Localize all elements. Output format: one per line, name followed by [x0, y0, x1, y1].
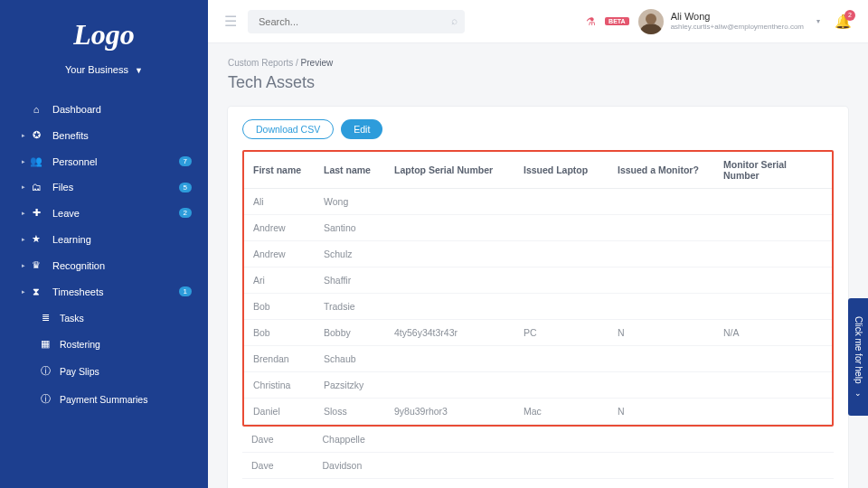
table-cell: Mac: [514, 399, 609, 425]
table-cell: [385, 372, 514, 399]
flask-icon[interactable]: ⚗: [586, 15, 596, 28]
chevron-right-icon: ▸: [22, 132, 29, 139]
sidebar-item-leave[interactable]: ▸✚Leave2: [0, 200, 208, 226]
sidebar: Logo Your Business ▼ ⌂Dashboard▸✪Benefit…: [0, 0, 208, 488]
table-cell: [714, 189, 832, 215]
hamburger-icon[interactable]: ☰: [224, 13, 237, 30]
search-input[interactable]: [248, 10, 465, 33]
table-cell: [714, 267, 832, 294]
user-text: Ali Wong ashley.curtis+aliw@employmenthe…: [671, 11, 804, 32]
table-cell: N: [609, 320, 714, 346]
table-row[interactable]: AriShaffir: [244, 267, 832, 294]
table-row[interactable]: AndrewSantino: [244, 215, 832, 241]
sidebar-item-pay-slips[interactable]: ⓘPay Slips: [0, 357, 208, 385]
sidebar-item-label: Learning: [52, 234, 192, 245]
table-row[interactable]: AliWong: [244, 189, 832, 215]
table-cell: [609, 479, 715, 489]
table-row[interactable]: DanielSloss9y8u39rhor3MacN: [244, 399, 832, 425]
table-row[interactable]: BobBobby4ty56y34t3r43rPCNN/A: [244, 320, 832, 346]
table-cell: [609, 294, 714, 320]
table-cell: [385, 294, 514, 320]
table-cell: [514, 427, 609, 453]
sidebar-item-recognition[interactable]: ▸♛Recognition: [0, 252, 208, 278]
tasks-icon: ≣: [38, 312, 52, 324]
table-row[interactable]: BobTradsie: [244, 294, 832, 320]
count-badge: 5: [179, 183, 192, 192]
breadcrumb-sep: /: [296, 58, 298, 68]
sidebar-item-benefits[interactable]: ▸✪Benefits: [0, 122, 208, 148]
report-card: Download CSV Edit First nameLast nameLap…: [228, 107, 848, 488]
table-cell: [385, 267, 514, 294]
leave-icon: ✚: [29, 207, 43, 219]
table-cell: Bob: [244, 294, 315, 320]
sidebar-item-files[interactable]: ▸🗂Files5: [0, 174, 208, 200]
sidebar-item-label: Payment Summaries: [60, 394, 192, 405]
pay-slips-icon: ⓘ: [38, 364, 52, 378]
timesheets-icon: ⧗: [29, 286, 43, 297]
table-cell: [514, 453, 609, 479]
sidebar-item-tasks[interactable]: ≣Tasks: [0, 305, 208, 331]
chevron-right-icon: ▸: [22, 210, 29, 217]
table-cell: [514, 267, 609, 294]
table-cell: Schulz: [315, 241, 385, 267]
sidebar-item-learning[interactable]: ▸★Learning: [0, 226, 208, 252]
assets-table-continued: DaveChappelleDaveDavidsonDaveDavid: [242, 427, 834, 488]
count-badge: 7: [179, 156, 192, 166]
sidebar-item-personnel[interactable]: ▸👥Personnel7: [0, 148, 208, 174]
table-cell: [609, 241, 714, 267]
table-row[interactable]: BrendanSchaub: [244, 346, 832, 372]
table-cell: Dave: [242, 427, 313, 453]
table-cell: [714, 399, 832, 425]
table-cell: [514, 189, 609, 215]
table-cell: Tradsie: [315, 294, 385, 320]
edit-button[interactable]: Edit: [341, 119, 382, 139]
sidebar-item-label: Benefits: [52, 130, 192, 141]
download-csv-button[interactable]: Download CSV: [242, 119, 334, 139]
table-row[interactable]: AndrewSchulz: [244, 241, 832, 267]
table-cell: Bobby: [315, 320, 385, 346]
table-cell: [715, 453, 834, 479]
table-row[interactable]: DaveDavid: [242, 479, 834, 489]
breadcrumb-parent[interactable]: Custom Reports: [228, 58, 293, 68]
table-cell: [514, 479, 609, 489]
dashboard-icon: ⌂: [29, 104, 43, 115]
table-cell: Bob: [244, 320, 315, 346]
sidebar-item-dashboard[interactable]: ⌂Dashboard: [0, 97, 208, 122]
table-cell: Davidson: [313, 453, 383, 479]
table-row[interactable]: DaveChappelle: [242, 427, 834, 453]
table-cell: 9y8u39rhor3: [385, 399, 514, 425]
table-cell: [384, 479, 514, 489]
notifications-button[interactable]: 🔔 2: [835, 14, 852, 30]
chevron-right-icon: ▸: [22, 262, 29, 269]
sidebar-item-label: Personnel: [52, 156, 179, 167]
sidebar-item-payment-summaries[interactable]: ⓘPayment Summaries: [0, 385, 208, 413]
user-menu[interactable]: Ali Wong ashley.curtis+aliw@employmenthe…: [638, 9, 820, 34]
sidebar-item-label: Dashboard: [52, 104, 192, 115]
table-cell: Dave: [242, 479, 313, 489]
table-cell: [715, 479, 834, 489]
help-tab[interactable]: Click me for help ⌄: [848, 298, 868, 416]
column-header: Issued a Monitor?: [609, 152, 714, 189]
table-cell: N: [609, 399, 714, 425]
topbar-right: ⚗ BETA Ali Wong ashley.curtis+aliw@emplo…: [586, 9, 852, 34]
payment-summaries-icon: ⓘ: [38, 392, 52, 406]
sidebar-item-timesheets[interactable]: ▸⧗Timesheets1: [0, 278, 208, 305]
table-cell: Christina: [244, 372, 315, 399]
assets-table: First nameLast nameLaptop Serial NumberI…: [244, 152, 832, 425]
chevron-down-icon: ⌄: [854, 389, 862, 398]
sidebar-item-rostering[interactable]: ▦Rostering: [0, 331, 208, 357]
notification-badge: 2: [844, 10, 855, 21]
table-row[interactable]: ChristinaPazsitzky: [244, 372, 832, 399]
table-row[interactable]: DaveDavidson: [242, 453, 834, 479]
table-cell: [609, 346, 714, 372]
table-cell: Daniel: [244, 399, 315, 425]
learning-icon: ★: [29, 233, 43, 245]
caret-down-icon: ▼: [135, 66, 143, 75]
table-cell: [384, 453, 514, 479]
table-cell: David: [313, 479, 383, 489]
column-header: First name: [244, 152, 315, 189]
table-cell: Ali: [244, 189, 315, 215]
table-cell: [714, 346, 832, 372]
business-selector[interactable]: Your Business ▼: [0, 64, 208, 75]
table-cell: [385, 346, 514, 372]
